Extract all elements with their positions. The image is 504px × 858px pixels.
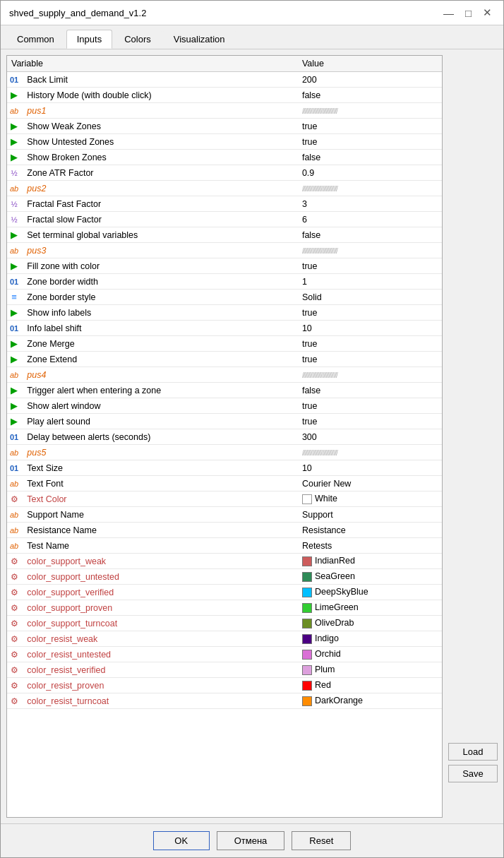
row-value[interactable]: 3 xyxy=(298,196,442,212)
table-row[interactable]: ▶Show Untested Zonestrue xyxy=(7,134,442,150)
row-icon: ab xyxy=(7,476,23,491)
cancel-button[interactable]: Отмена xyxy=(217,831,285,850)
table-row[interactable]: ▶Zone Extendtrue xyxy=(7,352,442,367)
table-row[interactable]: ½Zone ATR Factor0.9 xyxy=(7,165,442,181)
table-row[interactable]: ⚙color_support_turncoatOliveDrab xyxy=(7,616,442,631)
table-row[interactable]: abpus3//////////////////////////// xyxy=(7,243,442,258)
row-value[interactable]: 10 xyxy=(298,460,442,476)
row-value[interactable]: Solid xyxy=(298,290,442,305)
table-row[interactable]: 01Info label shift10 xyxy=(7,321,442,336)
row-value[interactable]: true xyxy=(298,119,442,134)
row-value[interactable]: Plum xyxy=(298,662,442,678)
row-value[interactable]: 200 xyxy=(298,72,442,88)
row-value[interactable]: 0.9 xyxy=(298,165,442,181)
row-value[interactable]: true xyxy=(298,352,442,367)
close-button[interactable]: ✕ xyxy=(480,6,495,19)
table-row[interactable]: ⚙color_resist_untestedOrchid xyxy=(7,647,442,662)
row-value[interactable]: 6 xyxy=(298,212,442,227)
row-value[interactable]: OliveDrab xyxy=(298,616,442,631)
table-row[interactable]: 01Back Limit200 xyxy=(7,72,442,88)
row-value[interactable]: false xyxy=(298,383,442,398)
row-variable: Zone border width xyxy=(23,274,298,290)
row-value[interactable]: true xyxy=(298,134,442,150)
row-value[interactable]: IndianRed xyxy=(298,554,442,569)
row-value[interactable]: White xyxy=(298,491,442,507)
table-row[interactable]: ▶Show Weak Zonestrue xyxy=(7,119,442,134)
row-value[interactable]: Red xyxy=(298,678,442,693)
row-value[interactable]: true xyxy=(298,336,442,352)
col-value: Value xyxy=(298,56,442,72)
row-value[interactable]: Resistance xyxy=(298,523,442,538)
table-row[interactable]: abTest NameRetests xyxy=(7,538,442,554)
table-row[interactable]: ⚙color_resist_turncoatDarkOrange xyxy=(7,693,442,709)
row-value[interactable]: 1 xyxy=(298,274,442,290)
table-row[interactable]: abpus2//////////////////////////// xyxy=(7,181,442,196)
row-value[interactable]: Retests xyxy=(298,538,442,554)
row-value[interactable]: DarkOrange xyxy=(298,693,442,709)
table-scroll[interactable]: Variable Value 01Back Limit200▶History M… xyxy=(7,56,442,797)
table-row[interactable]: ⚙color_support_untestedSeaGreen xyxy=(7,569,442,585)
table-row[interactable]: ▶Set terminal global variablesfalse xyxy=(7,227,442,243)
table-row[interactable]: 01Delay between alerts (seconds)300 xyxy=(7,429,442,445)
row-value[interactable]: LimeGreen xyxy=(298,600,442,616)
table-row[interactable]: ⚙color_resist_verifiedPlum xyxy=(7,662,442,678)
table-row[interactable]: ⚙color_support_provenLimeGreen xyxy=(7,600,442,616)
row-icon: ab xyxy=(7,243,23,258)
table-row[interactable]: abResistance NameResistance xyxy=(7,523,442,538)
table-row[interactable]: ▶Show info labelstrue xyxy=(7,305,442,321)
row-value[interactable]: false xyxy=(298,227,442,243)
tab-common[interactable]: Common xyxy=(6,30,65,49)
row-value[interactable]: DeepSkyBlue xyxy=(298,585,442,600)
table-row[interactable]: ⚙color_resist_provenRed xyxy=(7,678,442,693)
table-row[interactable]: ½Fractal Fast Factor3 xyxy=(7,196,442,212)
table-row[interactable]: ⚙color_support_weakIndianRed xyxy=(7,554,442,569)
load-button[interactable]: Load xyxy=(448,743,498,761)
table-row[interactable]: abSupport NameSupport xyxy=(7,507,442,523)
tab-visualization[interactable]: Visualization xyxy=(163,30,236,49)
reset-button[interactable]: Reset xyxy=(292,831,351,850)
main-window: shved_supply_and_demand_v1.2 — □ ✕ Commo… xyxy=(0,0,504,858)
row-value[interactable]: true xyxy=(298,414,442,429)
table-row[interactable]: ▶Show alert windowtrue xyxy=(7,398,442,414)
minimize-button[interactable]: — xyxy=(440,6,457,19)
row-value[interactable]: 10 xyxy=(298,321,442,336)
maximize-button[interactable]: □ xyxy=(462,6,474,19)
table-row[interactable]: 01Zone border width1 xyxy=(7,274,442,290)
table-row[interactable]: ⚙color_resist_weakIndigo xyxy=(7,631,442,647)
table-row[interactable]: ≡Zone border styleSolid xyxy=(7,290,442,305)
row-value[interactable]: true xyxy=(298,398,442,414)
row-value[interactable]: true xyxy=(298,258,442,274)
table-row[interactable]: abpus4//////////////////////////// xyxy=(7,367,442,383)
row-icon: ⚙ xyxy=(7,678,23,693)
table-row[interactable]: ▶Fill zone with colortrue xyxy=(7,258,442,274)
row-variable: color_resist_proven xyxy=(23,678,298,693)
table-row[interactable]: ▶Trigger alert when entering a zonefalse xyxy=(7,383,442,398)
row-value[interactable]: false xyxy=(298,150,442,165)
row-value[interactable]: true xyxy=(298,305,442,321)
table-row[interactable]: 01Text Size10 xyxy=(7,460,442,476)
row-value[interactable]: Orchid xyxy=(298,647,442,662)
row-value[interactable]: false xyxy=(298,88,442,103)
table-row[interactable]: ▶Show Broken Zonesfalse xyxy=(7,150,442,165)
row-value[interactable]: 300 xyxy=(298,429,442,445)
row-value[interactable]: Courier New xyxy=(298,476,442,491)
table-row[interactable]: abpus1//////////////////////////// xyxy=(7,103,442,119)
row-value[interactable]: Support xyxy=(298,507,442,523)
table-row[interactable]: ▶Zone Mergetrue xyxy=(7,336,442,352)
table-row[interactable]: ⚙Text ColorWhite xyxy=(7,491,442,507)
table-row[interactable]: ▶Play alert soundtrue xyxy=(7,414,442,429)
table-row[interactable]: ⚙color_support_verifiedDeepSkyBlue xyxy=(7,585,442,600)
table-row[interactable]: ▶History Mode (with double click)false xyxy=(7,88,442,103)
table-row[interactable]: abpus5//////////////////////////// xyxy=(7,445,442,460)
table-row[interactable]: ½Fractal slow Factor6 xyxy=(7,212,442,227)
row-icon: ▶ xyxy=(7,383,23,398)
row-value: //////////////////////////// xyxy=(298,243,442,258)
tab-colors[interactable]: Colors xyxy=(114,30,162,49)
row-value[interactable]: SeaGreen xyxy=(298,569,442,585)
save-button[interactable]: Save xyxy=(448,765,498,782)
ok-button[interactable]: OK xyxy=(153,831,210,850)
row-variable: Text Color xyxy=(23,491,298,507)
tab-inputs[interactable]: Inputs xyxy=(66,30,112,49)
table-row[interactable]: abText FontCourier New xyxy=(7,476,442,491)
row-value[interactable]: Indigo xyxy=(298,631,442,647)
